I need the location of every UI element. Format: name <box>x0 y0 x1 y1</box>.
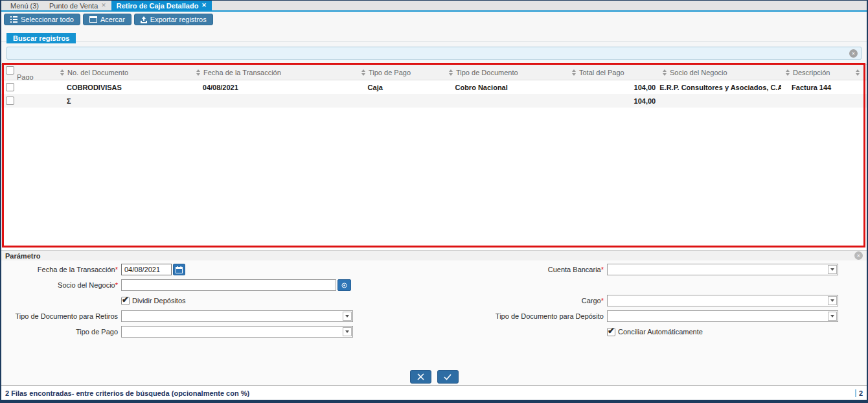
chevron-down-icon[interactable] <box>828 296 837 305</box>
field-row-dividir: Dividir Depósitos <box>1 293 435 308</box>
header-descripcion[interactable]: Descripción <box>782 65 853 80</box>
search-box: ✕ <box>6 47 862 60</box>
confirm-button[interactable] <box>437 370 459 384</box>
cancel-button[interactable] <box>410 370 431 384</box>
sort-icon[interactable] <box>663 69 667 76</box>
tipo-doc-retiros-select[interactable] <box>121 310 353 322</box>
confirm-check-icon <box>444 371 451 383</box>
table-row[interactable]: COBRODIVISAS 04/08/2021 Caja Cobro Nacio… <box>1 80 867 94</box>
export-icon <box>141 16 147 23</box>
row-checkbox-cell <box>1 94 56 108</box>
calendar-icon[interactable] <box>173 264 185 275</box>
sort-icon[interactable] <box>786 69 790 76</box>
sort-icon[interactable] <box>196 69 200 76</box>
field-row-conciliar: Conciliar Automáticamente <box>435 324 865 340</box>
sort-icon[interactable] <box>856 69 860 76</box>
status-divider <box>855 389 856 397</box>
header-pago[interactable]: Pago <box>1 65 56 80</box>
tab-retiro-label: Retiro de Caja Detallado <box>117 2 199 10</box>
toolbar: Seleccionar todo Acercar Exportar regist… <box>1 12 867 30</box>
search-input[interactable] <box>7 47 861 59</box>
clear-search-icon[interactable]: ✕ <box>849 49 858 58</box>
sort-icon[interactable] <box>361 69 365 76</box>
record-count: 2 <box>855 389 863 397</box>
select-all-checkbox[interactable] <box>6 66 14 75</box>
status-message: 2 Filas encontradas- entre criterios de … <box>5 389 249 397</box>
row-checkbox[interactable] <box>6 83 14 91</box>
sort-icon[interactable] <box>572 69 576 76</box>
header-extra[interactable] <box>853 65 867 80</box>
header-documento-label: No. del Documento <box>67 69 128 76</box>
row-checkbox[interactable] <box>6 97 14 105</box>
tipo-doc-deposito-select[interactable] <box>607 310 838 322</box>
header-tipo-pago-label: Tipo de Pago <box>369 69 411 76</box>
dividir-label: Dividir Depósitos <box>132 297 186 305</box>
select-all-label: Seleccionar todo <box>21 16 74 23</box>
tab-buscar-registros[interactable]: Buscar registros <box>6 33 76 43</box>
sort-icon[interactable] <box>449 69 453 76</box>
header-documento[interactable]: No. del Documento <box>56 65 192 80</box>
window-bottom-border <box>1 400 867 403</box>
field-row-tipo-doc-retiros: Tipo de Documento para Retiros <box>1 308 435 324</box>
cell-sum-total: 104,00 <box>567 94 658 108</box>
field-row-cuenta: Cuenta Bancaria* <box>435 262 865 277</box>
table-sum-row[interactable]: Σ 104,00 <box>1 94 867 108</box>
socio-negocio-input[interactable] <box>121 279 336 291</box>
cuenta-bancaria-label: Cuenta Bancaria* <box>435 266 607 273</box>
header-total[interactable]: Total del Pago <box>568 65 659 80</box>
cuenta-bancaria-select[interactable] <box>607 264 838 275</box>
cell-extra <box>852 80 867 94</box>
grid-header-row: Pago No. del Documento Fecha de la Trans… <box>1 64 867 80</box>
dividir-depositos-checkbox[interactable]: Dividir Depósitos <box>121 297 186 305</box>
zoom-button[interactable]: Acercar <box>83 14 131 25</box>
parameter-form: Fecha de la Transacción* Socio del Negoc… <box>1 260 867 364</box>
conciliar-label: Conciliar Automáticamente <box>618 328 703 336</box>
socio-label: Socio del Negocio* <box>1 281 121 289</box>
fecha-transaccion-input[interactable] <box>121 264 172 275</box>
parameter-title: Parámetro <box>5 252 40 260</box>
chevron-down-icon[interactable] <box>343 312 352 321</box>
field-row-cargo: Cargo* <box>435 293 865 308</box>
form-left-column: Fecha de la Transacción* Socio del Negoc… <box>1 262 435 364</box>
header-pago-label: Pago <box>17 73 34 80</box>
sort-icon[interactable] <box>60 69 64 76</box>
field-row-socio: Socio del Negocio* <box>1 277 435 293</box>
header-tipo-pago[interactable]: Tipo de Pago <box>358 65 445 80</box>
cell-tipo-documento <box>444 94 567 108</box>
export-label: Exportar registros <box>150 16 207 23</box>
cell-fecha <box>192 94 358 108</box>
tipo-pago-select[interactable] <box>121 326 353 338</box>
chevron-down-icon[interactable] <box>828 312 837 321</box>
close-icon[interactable]: ✕ <box>101 3 106 8</box>
action-button-row <box>1 364 867 386</box>
header-descripcion-label: Descripción <box>793 69 830 76</box>
cell-total: 104,00 <box>567 80 658 94</box>
cell-extra <box>852 94 867 108</box>
header-tipo-documento[interactable]: Tipo de Documento <box>445 65 568 80</box>
select-all-button[interactable]: Seleccionar todo <box>4 14 80 25</box>
export-records-button[interactable]: Exportar registros <box>134 14 213 25</box>
cargo-select[interactable] <box>607 295 838 306</box>
tab-menu-label: Menú (3) <box>10 2 39 10</box>
collapse-panel-icon[interactable]: ✕ <box>854 251 863 260</box>
header-fecha[interactable]: Fecha de la Transacción <box>192 65 358 80</box>
required-marker: * <box>601 297 604 305</box>
cell-socio: E.R.P. Consultores y Asociados, C.A. <box>658 80 781 94</box>
tab-retiro-de-caja[interactable]: Retiro de Caja Detallado ✕ <box>111 1 212 10</box>
tipo-pago-label: Tipo de Pago <box>1 328 121 336</box>
list-icon <box>10 16 17 23</box>
app-window: Menú (3) Punto de Venta ✕ Retiro de Caja… <box>0 0 868 403</box>
header-socio-label: Socio del Negocio <box>670 69 727 76</box>
chevron-down-icon[interactable] <box>343 327 352 336</box>
cell-tipo-pago: Caja <box>358 80 445 94</box>
record-search-icon[interactable] <box>337 279 351 291</box>
conciliar-checkbox[interactable]: Conciliar Automáticamente <box>607 328 703 336</box>
tab-punto-de-venta[interactable]: Punto de Venta ✕ <box>44 1 111 10</box>
checkbox-checked-icon[interactable] <box>121 297 130 305</box>
cell-documento: COBRODIVISAS <box>56 80 192 94</box>
chevron-down-icon[interactable] <box>828 265 837 274</box>
close-icon[interactable]: ✕ <box>201 3 207 8</box>
tab-menu[interactable]: Menú (3) <box>5 1 44 10</box>
checkbox-checked-icon[interactable] <box>607 328 615 336</box>
header-socio[interactable]: Socio del Negocio <box>659 65 782 80</box>
